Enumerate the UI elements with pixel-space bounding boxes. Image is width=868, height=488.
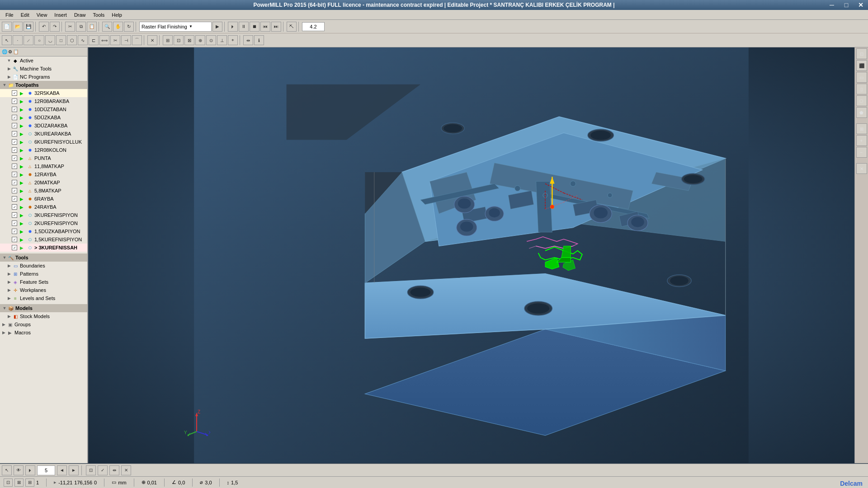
check-3kurefnissah[interactable]: ✓ [12, 245, 17, 250]
copy-button[interactable]: ⧉ [76, 22, 86, 32]
bt-speed-down[interactable]: ◄ [57, 465, 67, 475]
tree-item-15kuref[interactable]: ✓ ▶ ⬡ 1,5KUREFNISPIYON [0, 235, 87, 244]
tree-item-3duzarakba[interactable]: ✓ ▶ ⬟ 3DÜZARAKBA [0, 122, 87, 130]
fillet-btn[interactable]: ⌒ [132, 35, 142, 45]
pan-btn[interactable]: ✋ [113, 22, 123, 32]
strategy-dropdown[interactable]: Raster Flat Finishing ▼ [139, 22, 212, 32]
check-12r08[interactable]: ✓ [12, 99, 17, 104]
snap-int-btn[interactable]: ⊕ [195, 35, 205, 45]
toggle-macros[interactable]: ▶ [1, 330, 6, 335]
paste-button[interactable]: 📋 [87, 22, 97, 32]
tree-item-punta[interactable]: ✓ ▶ △ PUNTA [0, 154, 87, 162]
rotate-btn[interactable]: ↻ [124, 22, 134, 32]
check-32r5[interactable]: ✓ [12, 90, 17, 96]
check-1sduz[interactable]: ✓ [12, 229, 17, 234]
snap-cen-btn[interactable]: ⊙ [206, 35, 216, 45]
menu-edit[interactable]: Edit [17, 11, 33, 19]
tree-item-5duzkaba[interactable]: ✓ ▶ ⬟ 5DÜZKABA [0, 113, 87, 122]
minimize-button[interactable]: ─ [825, 0, 839, 10]
check-3kure[interactable]: ✓ [12, 131, 17, 136]
mirror-btn[interactable]: ⟺ [99, 35, 109, 45]
tree-item-20matkap[interactable]: ✓ ▶ △ 20MATKAP [0, 178, 87, 187]
sim-speed-input[interactable]: 5 [37, 465, 55, 475]
toggle-stock[interactable]: ▶ [6, 314, 12, 319]
toggle-active[interactable]: ▼ [6, 58, 12, 63]
check-5[interactable]: ✓ [12, 115, 17, 120]
tree-item-12r08kolon[interactable]: ✓ ▶ ⬟ 12R08KOLON [0, 146, 87, 154]
snap-grid-btn[interactable]: ⊞ [163, 35, 173, 45]
apply-btn[interactable]: ▶ [212, 22, 222, 32]
tree-item-machine-tools[interactable]: ▶ 🔧 Machine Tools [0, 65, 87, 73]
tree-item-118matkap[interactable]: ✓ ▶ △ 11,8MATKAP [0, 162, 87, 170]
snap-tan-btn[interactable]: ⌖ [228, 35, 238, 45]
snap-perp-btn[interactable]: ⊥ [217, 35, 227, 45]
toggle-machine[interactable]: ▶ [6, 66, 12, 71]
view-front-btn[interactable]: ▭ [856, 72, 867, 83]
wireframe-btn[interactable]: ⬡ [856, 95, 867, 106]
snap-btn[interactable]: ⊡ [4, 479, 13, 487]
toggle-groups[interactable]: ▶ [1, 322, 6, 327]
simulate-btn[interactable]: ⏵ [228, 22, 238, 32]
tools-header[interactable]: ▼ 🔨 Tools [0, 253, 87, 262]
info-btn[interactable]: ℹ [254, 35, 264, 45]
check-2kurefnisp[interactable]: ✓ [12, 221, 17, 226]
panel-nc-icon[interactable]: 📋 [13, 49, 19, 54]
check-6kuref[interactable]: ✓ [12, 139, 17, 145]
bt-measure[interactable]: ⇹ [109, 465, 119, 475]
tree-item-6kuref[interactable]: ✓ ▶ ⬡ 6KUREFNISYOLLUK [0, 138, 87, 146]
bt-view[interactable]: 👁 [14, 465, 24, 475]
open-button[interactable]: 📂 [13, 22, 23, 32]
offset-btn[interactable]: ⊏ [89, 35, 99, 45]
tree-item-12rayba[interactable]: ✓ ▶ ⬢ 12RAYBA [0, 170, 87, 178]
arc-btn[interactable]: ◡ [45, 35, 55, 45]
cut-button[interactable]: ✂ [65, 22, 75, 32]
check-12rayba[interactable]: ✓ [12, 172, 17, 177]
viewport[interactable]: Z X Y [88, 47, 854, 463]
check-58[interactable]: ✓ [12, 188, 17, 193]
toggle-nc[interactable]: ▶ [6, 75, 12, 79]
snap-mode-btn[interactable]: ⊠ [14, 479, 24, 487]
tree-item-24rayba[interactable]: ✓ ▶ ⬢ 24RAYBA [0, 203, 87, 211]
save-button[interactable]: 💾 [24, 22, 33, 32]
new-button[interactable]: 📄 [2, 22, 12, 32]
menu-file[interactable]: File [2, 11, 17, 19]
bt-toolpath-toggle[interactable]: ⊡ [86, 465, 96, 475]
close-button[interactable]: ✕ [854, 0, 868, 10]
tree-item-boundaries[interactable]: ▶ ▭ Boundaries [0, 262, 87, 270]
tree-item-macros[interactable]: ▶ ▶ Macros [0, 328, 87, 337]
menu-help[interactable]: Help [108, 11, 126, 19]
bt-simulate[interactable]: ⏵ [25, 465, 35, 475]
line-btn[interactable]: ⟋ [24, 35, 33, 45]
tree-item-active[interactable]: ▼ ◆ Active [0, 56, 87, 65]
tree-item-3kurearakba[interactable]: ✓ ▶ ⬡ 3KUREARAKBA [0, 130, 87, 138]
delete-btn[interactable]: ✕ [147, 35, 157, 45]
snap-mid-btn[interactable]: ⊠ [184, 35, 194, 45]
models-header[interactable]: ▼ 📦 Models [0, 304, 87, 312]
panel-tools-icon[interactable]: ⚙ [8, 49, 12, 54]
snap-end-btn[interactable]: ⊡ [174, 35, 184, 45]
rect-btn[interactable]: □ [56, 35, 66, 45]
trim-btn[interactable]: ✂ [110, 35, 120, 45]
circle-btn[interactable]: ○ [34, 35, 44, 45]
toggle-feature-sets[interactable]: ▶ [6, 280, 12, 284]
shaded-btn[interactable]: ⬟ [856, 107, 867, 118]
check-12kolon[interactable]: ✓ [12, 147, 17, 153]
tree-item-6rayba[interactable]: ✓ ▶ ⬢ 6RAYBA [0, 195, 87, 203]
tree-item-groups[interactable]: ▶ ▣ Groups [0, 320, 87, 328]
view-right-btn[interactable]: ▯ [856, 84, 867, 94]
check-6rayba[interactable]: ✓ [12, 196, 17, 202]
tree-item-10duztaban[interactable]: ✓ ▶ ⬟ 10DÜZTABAN [0, 105, 87, 113]
menu-view[interactable]: View [33, 11, 51, 19]
bt-close[interactable]: ✕ [121, 465, 131, 475]
panel-explorer-icon[interactable]: 🌐 [2, 49, 7, 54]
bt-speed-up[interactable]: ► [69, 465, 79, 475]
rewind-btn[interactable]: ⏮ [260, 22, 270, 32]
tree-item-1sduzkabap[interactable]: ✓ ▶ ⬟ 1,5DÜZKABAPIYON [0, 227, 87, 235]
snap-grid-status[interactable]: ⊞ [25, 479, 34, 487]
toggle-toolpaths[interactable]: ▼ [2, 83, 7, 87]
menu-tools[interactable]: Tools [90, 11, 108, 19]
check-3duz[interactable]: ✓ [12, 123, 17, 128]
stop-btn[interactable]: ⏹ [250, 22, 259, 32]
toggle-levels[interactable]: ▶ [6, 296, 12, 300]
maximize-button[interactable]: □ [839, 0, 854, 10]
